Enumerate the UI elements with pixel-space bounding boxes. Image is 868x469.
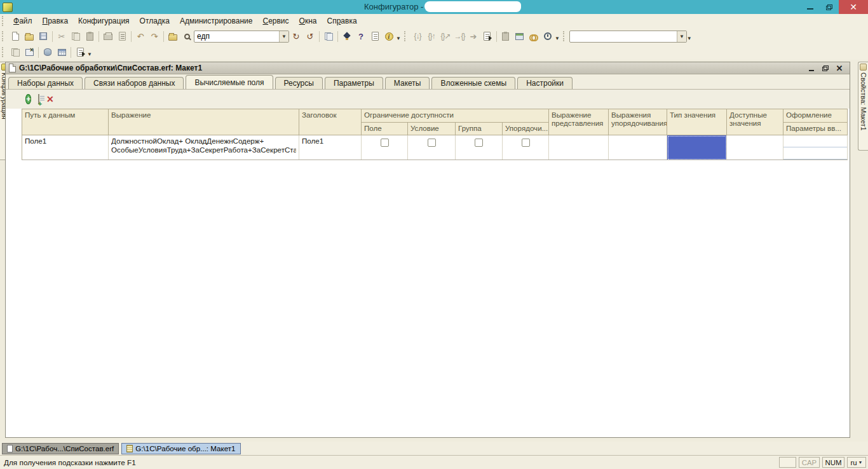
cell-appearance[interactable]	[783, 135, 848, 160]
column-header-input-parameters: Параметры вв...	[783, 123, 848, 135]
cell-access-field[interactable]	[362, 135, 408, 160]
toolbar-grip-3[interactable]	[563, 31, 566, 41]
database-configuration-button[interactable]	[41, 46, 55, 58]
show-occurrences-button[interactable]	[322, 30, 336, 43]
goto-procedure-start-button[interactable]: {}↗	[438, 30, 452, 43]
cell-input-parameters[interactable]	[783, 147, 847, 160]
menu-file[interactable]: Файл	[8, 15, 37, 27]
info-button[interactable]: i	[382, 30, 396, 43]
menubar-grip[interactable]	[2, 16, 5, 26]
print-preview-button[interactable]	[115, 30, 129, 43]
menu-administration[interactable]: Администрирование	[175, 15, 257, 27]
open-module-button[interactable]	[480, 30, 494, 43]
code-templates-button[interactable]	[368, 30, 382, 43]
window-tab-spisostav[interactable]: G:\1C\Рабоч...\СпиСостав.erf	[2, 443, 119, 454]
redo-button[interactable]: ↷	[147, 30, 161, 43]
group-checkbox[interactable]	[475, 139, 483, 147]
delete-field-button[interactable]: ✕	[46, 94, 54, 104]
tab-settings[interactable]: Настройки	[517, 77, 573, 89]
menu-debug[interactable]: Отладка	[135, 15, 175, 27]
cell-order-expressions[interactable]	[609, 135, 667, 160]
document-minimize-button[interactable]	[807, 64, 816, 72]
syntax-help-search-button[interactable]: ?	[354, 30, 368, 43]
cell-access-condition[interactable]	[408, 135, 456, 160]
search-combobox[interactable]: едп ▼	[194, 31, 289, 43]
toolbar-grip-2[interactable]	[404, 31, 407, 41]
tab-data-set-links[interactable]: Связи наборов данных	[85, 77, 184, 89]
performance-timer-button[interactable]	[541, 30, 555, 43]
column-header-available-values: Доступные значения	[727, 109, 783, 135]
cell-appearance-top[interactable]	[783, 135, 847, 147]
cell-representation-expression[interactable]	[549, 135, 609, 160]
goto-prev-procedure-button[interactable]: {↓}	[410, 30, 424, 43]
ordering-checkbox[interactable]	[522, 139, 530, 147]
window-select-dropdown-button[interactable]: ▼	[677, 31, 686, 42]
open-button[interactable]	[22, 30, 36, 43]
add-field-button[interactable]: +	[25, 95, 31, 104]
cell-value-type-selected[interactable]	[667, 135, 727, 160]
minimize-button[interactable]	[801, 0, 820, 14]
save-button[interactable]	[36, 30, 50, 43]
syntax-check-button[interactable]	[340, 30, 354, 43]
field-checkbox[interactable]	[381, 139, 389, 147]
find-next-button[interactable]: ↻	[289, 30, 303, 43]
column-group-access-restriction: Ограничение доступности	[362, 109, 549, 123]
window-select-combobox[interactable]: ▼	[569, 31, 687, 43]
tab-data-sets[interactable]: Наборы данных	[8, 77, 83, 89]
close-all-windows-button[interactable]	[22, 46, 36, 58]
close-button[interactable]: ✕	[839, 0, 868, 14]
find-in-files-button[interactable]	[166, 30, 180, 43]
sidebar-tab-properties[interactable]: Свойства: Макет1	[858, 62, 868, 151]
cell-data-path[interactable]: Поле1	[22, 135, 109, 160]
timer-caret-icon[interactable]: ▼	[555, 36, 560, 41]
toolbar-overflow-icon[interactable]: ▼	[687, 36, 692, 41]
form-editor-button[interactable]	[8, 46, 22, 58]
paste-button[interactable]	[83, 30, 97, 43]
menu-help[interactable]: Справка	[322, 15, 362, 27]
cell-title[interactable]: Поле1	[299, 135, 362, 160]
copy-field-button[interactable]	[38, 95, 39, 104]
document-close-button[interactable]: ✕	[835, 64, 844, 72]
find-previous-button[interactable]: ↺	[303, 30, 317, 43]
undo-button[interactable]: ↶	[133, 30, 147, 43]
menu-service[interactable]: Сервис	[257, 15, 294, 27]
table-settings-button[interactable]	[55, 46, 69, 58]
find-references-button[interactable]	[527, 30, 541, 43]
document-restore-button[interactable]	[821, 64, 830, 72]
toolbar-grip[interactable]	[2, 31, 5, 41]
new-document-button[interactable]	[8, 30, 22, 43]
menu-edit[interactable]: Правка	[37, 15, 74, 27]
secondary-toolbar-overflow-icon[interactable]: ▼	[87, 51, 92, 57]
cell-available-values[interactable]	[727, 135, 783, 160]
menu-configuration[interactable]: Конфигурация	[73, 15, 135, 27]
module-document-button[interactable]	[73, 46, 87, 58]
language-selector[interactable]: ru▼	[847, 457, 866, 468]
goto-window-button[interactable]	[513, 30, 527, 43]
window-tab-maket1[interactable]: G:\1C\Рабочие обр...: Макет1	[121, 443, 240, 454]
tab-resources[interactable]: Ресурсы	[275, 77, 323, 89]
info-caret-icon[interactable]: ▼	[396, 36, 401, 41]
search-button[interactable]	[180, 30, 194, 43]
tab-templates[interactable]: Макеты	[385, 77, 430, 89]
tab-parameters[interactable]: Параметры	[325, 77, 383, 89]
add-procedure-button[interactable]: →{}	[452, 30, 466, 43]
cut-icon: ✂	[58, 32, 65, 41]
document-window-titlebar[interactable]: G:\1C\Рабочие обработки\СпиСостав.erf: М…	[6, 62, 850, 74]
cut-button[interactable]: ✂	[55, 30, 69, 43]
cell-expression[interactable]: ДолжностнойОклад+ ОкладДенежнСодерж+ Осо…	[109, 135, 299, 160]
cell-access-group[interactable]	[456, 135, 503, 160]
copy-button[interactable]	[69, 30, 83, 43]
menu-windows[interactable]: Окна	[294, 15, 322, 27]
goto-next-procedure-button[interactable]: {}↑	[424, 30, 438, 43]
condition-checkbox[interactable]	[428, 139, 436, 147]
print-button[interactable]	[101, 30, 115, 43]
goto-usage-button[interactable]: ➔	[466, 30, 480, 43]
search-dropdown-button[interactable]: ▼	[279, 31, 288, 42]
clipboard-button[interactable]	[499, 30, 513, 43]
restore-button[interactable]	[820, 0, 839, 14]
search-input[interactable]: едп	[194, 32, 279, 41]
tab-calculated-fields[interactable]: Вычисляемые поля	[186, 75, 273, 89]
cell-access-ordering[interactable]	[503, 135, 549, 160]
secondary-toolbar-grip[interactable]	[2, 47, 5, 57]
tab-nested-schemas[interactable]: Вложенные схемы	[431, 77, 515, 89]
